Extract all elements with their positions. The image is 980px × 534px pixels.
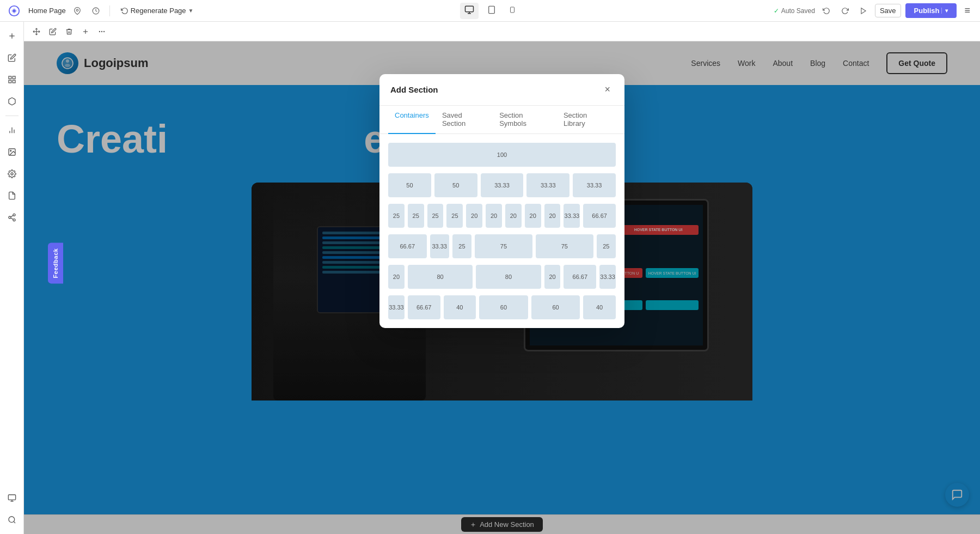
layout-cell-3333a[interactable]: 33.33	[430, 234, 449, 258]
layout-row-4: 66.67 33.33 25 75 75 25	[388, 234, 616, 258]
sidebar-seo-btn[interactable]	[2, 510, 22, 530]
sidebar-layers-btn[interactable]	[2, 70, 22, 89]
svg-rect-7	[489, 6, 495, 13]
tablet-device-btn[interactable]	[483, 3, 500, 19]
add-section-modal: Add Section × Containers Saved Section S…	[379, 74, 624, 328]
auto-saved-text: Auto Saved	[781, 7, 815, 15]
layout-cell-25d[interactable]: 25	[446, 204, 463, 228]
mobile-device-btn[interactable]	[505, 3, 520, 19]
svg-marker-11	[861, 8, 866, 14]
redo-button[interactable]	[838, 5, 852, 17]
modal-title: Add Section	[390, 85, 438, 94]
layout-cell-33b[interactable]: 33.33	[526, 173, 569, 197]
toolbar-edit-btn[interactable]	[46, 26, 60, 38]
layout-cell-6667a[interactable]: 66.67	[388, 234, 427, 258]
layout-grid: 100 50 50 33.33 33.33 33.33 25 25 25 25 …	[379, 134, 624, 328]
sidebar-bottom-btn[interactable]	[2, 488, 22, 508]
layout-cell-25e[interactable]: 25	[597, 234, 616, 258]
layout-cell-25a[interactable]: 25	[388, 204, 405, 228]
layout-cell-3333b[interactable]: 33.33	[599, 265, 616, 289]
desktop-device-btn[interactable]	[460, 3, 479, 19]
publish-button[interactable]: Publish ▾	[905, 3, 957, 18]
layout-cell-50b[interactable]: 50	[434, 173, 477, 197]
regen-label: Regenerate Page	[131, 7, 186, 15]
toolbar-add-btn[interactable]	[78, 26, 93, 38]
auto-saved-indicator: ✓ Auto Saved	[774, 7, 815, 15]
layout-cell-60a[interactable]: 60	[479, 295, 528, 319]
layout-cell-3333c[interactable]: 33.33	[388, 295, 405, 319]
sidebar-edit-btn[interactable]	[2, 48, 22, 68]
layout-cell-40b[interactable]: 40	[583, 295, 616, 319]
layout-cell-100[interactable]: 100	[388, 143, 616, 167]
feedback-tab[interactable]: Feedback	[48, 242, 63, 283]
layout-cell-33a[interactable]: 33.33	[481, 173, 524, 197]
sidebar-integrations-btn[interactable]	[2, 208, 22, 227]
svg-point-25	[9, 216, 11, 219]
page-name: Home Page	[28, 7, 66, 15]
history-button[interactable]	[89, 5, 103, 17]
layout-cell-6667b[interactable]: 66.67	[564, 265, 596, 289]
sidebar-divider	[5, 116, 19, 116]
tab-symbols[interactable]: Section Symbols	[493, 106, 557, 134]
layout-cell-25c[interactable]: 25	[427, 204, 444, 228]
app-logo	[7, 3, 22, 19]
publish-label: Publish	[914, 7, 940, 15]
layout-cell-40a[interactable]: 40	[444, 295, 476, 319]
sidebar-settings-btn[interactable]	[2, 164, 22, 184]
tab-library[interactable]: Section Library	[557, 106, 616, 134]
layout-cell-50a[interactable]: 50	[388, 173, 431, 197]
tab-containers[interactable]: Containers	[388, 106, 436, 134]
left-sidebar	[0, 22, 24, 534]
layout-row-5: 20 80 80 20 66.67 33.33	[388, 265, 616, 289]
feedback-label[interactable]: Feedback	[48, 242, 63, 283]
layout-cell-66-33a[interactable]: 66.67	[583, 204, 616, 228]
layout-row-2: 50 50 33.33 33.33 33.33	[388, 173, 616, 197]
layout-cell-60b[interactable]: 60	[531, 295, 580, 319]
layout-cell-75b[interactable]: 75	[536, 234, 593, 258]
toolbar-more-btn[interactable]	[95, 26, 109, 38]
svg-point-23	[11, 173, 13, 175]
svg-point-38	[101, 31, 102, 32]
pin-button[interactable]	[70, 5, 84, 17]
layout-cell-20a[interactable]: 20	[466, 204, 482, 228]
top-bar-right: ✓ Auto Saved Save Publish ▾ ≡	[774, 3, 973, 19]
save-button[interactable]: Save	[875, 4, 901, 17]
menu-button[interactable]: ≡	[961, 3, 973, 19]
layout-cell-33c[interactable]: 33.33	[573, 173, 616, 197]
layout-cell-20g[interactable]: 20	[544, 265, 561, 289]
layout-cell-20b[interactable]: 20	[486, 204, 502, 228]
svg-point-32	[9, 517, 15, 523]
svg-line-33	[14, 521, 15, 523]
sidebar-add-btn[interactable]	[2, 26, 22, 46]
layout-cell-20e[interactable]: 20	[544, 204, 561, 228]
layout-cell-20f[interactable]: 20	[388, 265, 405, 289]
tab-saved[interactable]: Saved Section	[436, 106, 493, 134]
svg-point-1	[13, 9, 16, 13]
canvas: Logoipsum Services Work About Blog Conta…	[24, 41, 980, 534]
layout-cell-25b[interactable]: 25	[408, 204, 424, 228]
layout-cell-80b[interactable]: 80	[476, 265, 541, 289]
layout-cell-20d[interactable]: 20	[525, 204, 541, 228]
layout-cell-20c[interactable]: 20	[505, 204, 522, 228]
toolbar-strip	[24, 22, 980, 41]
sidebar-pages-btn[interactable]	[2, 186, 22, 205]
svg-point-40	[99, 31, 100, 32]
regenerate-button[interactable]: Regenerate Page ▼	[117, 4, 198, 17]
undo-button[interactable]	[819, 5, 834, 17]
layout-cell-80a[interactable]: 80	[408, 265, 473, 289]
svg-rect-4	[465, 6, 474, 12]
layout-cell-33-66a[interactable]: 33.33	[564, 204, 580, 228]
layout-cell-25-75a[interactable]: 25	[452, 234, 471, 258]
sidebar-analytics-btn[interactable]	[2, 120, 22, 140]
layout-cell-6667c[interactable]: 66.67	[408, 295, 440, 319]
layout-cell-75a[interactable]: 75	[475, 234, 532, 258]
svg-point-22	[10, 150, 11, 151]
modal-tabs: Containers Saved Section Section Symbols…	[379, 106, 624, 134]
modal-close-button[interactable]: ×	[601, 83, 614, 96]
sidebar-components-btn[interactable]	[2, 92, 22, 111]
toolbar-move-btn[interactable]	[29, 26, 44, 38]
toolbar-delete-btn[interactable]	[62, 26, 76, 38]
sidebar-images-btn[interactable]	[2, 142, 22, 162]
svg-point-26	[13, 219, 15, 221]
preview-button[interactable]	[856, 5, 871, 17]
